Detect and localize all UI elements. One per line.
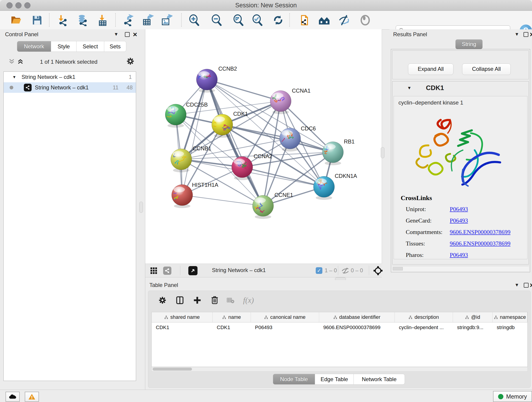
tab-edge-table[interactable]: Edge Table (315, 374, 354, 385)
string-import-icon[interactable] (298, 14, 311, 27)
table-cell[interactable]: 9606.ENSP00000378699 (319, 322, 395, 332)
network-label: String Network – cdk1 (35, 84, 89, 91)
control-panel-title: Control Panel (5, 31, 38, 38)
string-network-graph[interactable]: CCNB2CCNA1CDC25BCDK1CDC6RB1CCNB1CCNA2CDK… (145, 29, 382, 264)
network-view-icon[interactable] (163, 267, 171, 275)
network-row-selected[interactable]: String Network – cdk1 11 48 (4, 82, 136, 93)
delete-column-trash-icon[interactable] (210, 295, 219, 305)
export-image-icon[interactable] (160, 14, 173, 27)
float-panel-icon[interactable]: ▼ (515, 282, 519, 288)
column-header-canonical-name[interactable]: canonical name (251, 312, 319, 322)
float-panel-icon[interactable]: ▼ (515, 32, 519, 37)
import-network-database-icon[interactable] (76, 14, 89, 27)
maximize-panel-icon[interactable] (125, 32, 130, 37)
table-cell[interactable]: stringdb (493, 322, 527, 332)
memory-button[interactable]: Memory (493, 391, 532, 402)
column-header-name[interactable]: name (213, 312, 251, 322)
first-neighbors-icon[interactable] (318, 14, 331, 27)
crosslink-link[interactable]: 9606.ENSP00000378699 (450, 240, 510, 247)
collapse-all-button[interactable]: Collapse All (462, 64, 511, 75)
collapse-all-networks-icon[interactable] (8, 58, 15, 65)
import-table-file-icon[interactable] (96, 14, 109, 27)
warning-icon (28, 393, 36, 400)
export-table-icon[interactable] (141, 14, 154, 27)
maximize-panel-icon[interactable] (524, 32, 528, 37)
close-panel-icon[interactable]: × (133, 32, 137, 37)
column-header-database-identifier[interactable]: database identifier (319, 312, 395, 322)
zoom-in-icon[interactable] (188, 14, 201, 27)
column-header-namespace[interactable]: namespace (493, 312, 527, 322)
tab-sets[interactable]: Sets (104, 41, 126, 52)
birds-eye-view-icon[interactable] (373, 266, 383, 277)
crosslinks-list: Uniprot:P06493GeneCard:P06493Compartment… (394, 204, 528, 261)
column-header-description[interactable]: description (395, 312, 453, 322)
node-result-section: ▼ CDK1 cyclin–dependent kinase 1 (392, 81, 529, 264)
tab-string[interactable]: String (456, 39, 482, 49)
crosslink-label: Tissues: (406, 240, 425, 247)
float-panel-icon[interactable]: ▼ (114, 32, 119, 37)
table-cell[interactable]: CDK1 (213, 322, 251, 332)
window-title: Session: New Session (0, 0, 532, 11)
show-columns-icon[interactable] (176, 296, 184, 306)
table-hscrollbar[interactable] (152, 367, 528, 371)
scrollbar-thumb[interactable] (152, 368, 192, 370)
table-panel-body: f(x) shared namenamecanonical namedataba… (148, 291, 531, 388)
hide-selected-icon[interactable] (338, 14, 351, 27)
edge-HIST1H1A-CCNE1[interactable] (182, 195, 263, 206)
crosslink-row: Pharos:P06493 (394, 250, 528, 261)
refresh-icon[interactable] (272, 14, 285, 27)
results-scrollbar[interactable] (392, 266, 529, 271)
table-cell[interactable]: cyclin–dependent ... (395, 322, 453, 332)
network-canvas[interactable]: CCNB2CCNA1CDC25BCDK1CDC6RB1CCNB1CCNA2CDK… (145, 29, 382, 264)
table-cell[interactable]: stringdb:9... (453, 322, 493, 332)
right-splitter-handle[interactable] (381, 147, 385, 158)
close-panel-icon[interactable]: × (530, 283, 532, 287)
expand-all-button[interactable]: Expand All (408, 64, 453, 75)
save-session-icon[interactable] (31, 14, 44, 27)
node-CDKN1A[interactable]: CDKN1A (313, 173, 357, 200)
grid-view-icon[interactable] (150, 267, 158, 275)
scrollbar-thumb[interactable] (393, 267, 403, 270)
string-network-icon (24, 84, 32, 91)
node-CDC25B[interactable]: CDC25B (162, 102, 208, 128)
edge-CCNB2-CCNA1[interactable] (207, 80, 281, 101)
add-column-icon[interactable] (193, 296, 202, 306)
table-gear-icon[interactable] (158, 296, 167, 306)
zoom-out-icon[interactable] (210, 14, 223, 27)
selected-count-checkbox-icon[interactable]: ✓ (316, 267, 322, 274)
detach-view-icon[interactable] (188, 266, 197, 275)
collection-count: 1 (129, 74, 132, 80)
crosslink-link[interactable]: P06493 (450, 252, 468, 259)
warning-status-button[interactable] (25, 392, 39, 402)
export-network-icon[interactable] (122, 14, 135, 27)
tab-select[interactable]: Select (76, 41, 104, 52)
table-cell[interactable]: P06493 (251, 322, 319, 332)
cloud-status-button[interactable] (6, 392, 20, 402)
show-all-icon[interactable] (359, 14, 372, 27)
network-collection-row[interactable]: ▼ String Network – cdk1 1 (4, 72, 136, 82)
column-header--id[interactable]: @id (453, 312, 493, 322)
crosslink-link[interactable]: 9606.ENSP00000378699 (450, 229, 510, 236)
table-cell[interactable]: CDK1 (152, 322, 213, 332)
network-options-gear-icon[interactable] (126, 57, 135, 66)
close-panel-icon[interactable]: × (530, 32, 532, 37)
node-RB1[interactable]: RB1 (319, 138, 355, 165)
left-splitter-handle[interactable] (139, 202, 143, 213)
tab-node-table[interactable]: Node Table (273, 374, 315, 385)
zoom-fit-icon[interactable] (232, 14, 245, 27)
maximize-panel-icon[interactable] (524, 283, 529, 288)
node-HIST1H1A[interactable]: HIST1H1A (162, 182, 218, 208)
column-header-shared-name[interactable]: shared name (152, 312, 213, 322)
zoom-selected-icon[interactable] (251, 14, 264, 27)
table-row[interactable]: CDK1CDK1P064939606.ENSP00000378699cyclin… (152, 322, 527, 332)
open-session-icon[interactable] (10, 14, 22, 27)
tree-expand-icon[interactable]: ▼ (12, 75, 16, 80)
edge-CCNB2-HIST1H1A[interactable] (182, 80, 207, 195)
section-collapse-icon[interactable]: ▼ (407, 85, 412, 90)
crosslink-link[interactable]: P06493 (450, 217, 468, 224)
import-network-file-icon[interactable] (56, 14, 69, 27)
tab-network[interactable]: Network (17, 41, 51, 52)
tab-style[interactable]: Style (51, 41, 76, 52)
tab-network-table[interactable]: Network Table (354, 374, 405, 385)
crosslink-link[interactable]: P06493 (450, 206, 468, 213)
